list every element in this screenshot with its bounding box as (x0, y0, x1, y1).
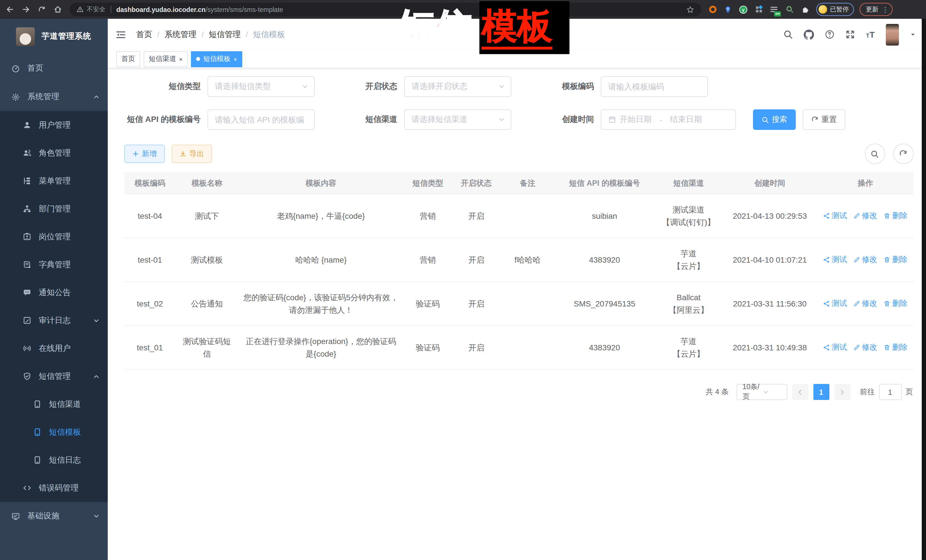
cell-content: 您的验证码{code}，该验证码5分钟内有效，请勿泄漏于他人！ (238, 282, 404, 326)
export-button[interactable]: 导出 (172, 145, 212, 163)
sidebar-item-post[interactable]: 岗位管理 (0, 223, 108, 251)
sidebar-item-online-user[interactable]: 在线用户 (0, 334, 108, 362)
profile-avatar (819, 5, 827, 14)
test-link[interactable]: 测试 (823, 210, 847, 222)
delete-link[interactable]: 删除 (884, 341, 908, 354)
filter-input-短信 API 的模板编号[interactable] (207, 109, 315, 130)
sidebar-item-user[interactable]: 用户管理 (0, 111, 108, 139)
trash-icon (884, 257, 890, 263)
browser-reload-icon[interactable] (35, 3, 48, 16)
sidebar-item-sms-log[interactable]: 短信日志 (0, 446, 108, 474)
extension-magnifier-icon[interactable] (785, 5, 794, 14)
sidebar-item-audit-log[interactable]: 审计日志 (0, 306, 108, 334)
cell-api-id: SMS_207945135 (555, 282, 654, 326)
date-start-placeholder: 开始日期 (620, 115, 652, 125)
breadcrumb-item-sms[interactable]: 短信管理 (209, 29, 241, 39)
filter-daterange[interactable]: 开始日期-结束日期 (601, 109, 736, 130)
sidebar-item-notice[interactable]: 通知公告 (0, 279, 108, 306)
font-size-icon[interactable]: TT (866, 30, 875, 39)
browser-menu-icon[interactable]: ⋮ (882, 5, 889, 14)
filter-select-开启状态[interactable]: 请选择开启状态 (404, 76, 511, 97)
tab-home[interactable]: 首页 (116, 51, 140, 67)
browser-back-icon[interactable] (3, 3, 16, 16)
url-path: /system/sms/sms-template (206, 6, 283, 13)
paused-label: 已暂停 (830, 5, 849, 14)
sidebar-item-sms-channel[interactable]: 短信渠道 (0, 390, 108, 418)
sidebar-item-dict[interactable]: 字典管理 (0, 251, 108, 279)
test-link[interactable]: 测试 (823, 341, 847, 354)
add-button[interactable]: 新增 (124, 145, 165, 163)
address-bar[interactable]: 不安全 dashboard.yudao.iocoder.cn /system/s… (70, 3, 701, 16)
filter-item: 开启状态请选择开启状态 (321, 76, 511, 97)
tab-sms-template[interactable]: 短信模板 × (191, 51, 242, 67)
browser-forward-icon[interactable] (20, 3, 32, 16)
avatar-caret-down-icon[interactable] (909, 31, 916, 38)
profile-paused-pill[interactable]: 已暂停 (816, 3, 854, 16)
user-avatar[interactable] (885, 24, 899, 45)
filter-select-短信类型[interactable]: 请选择短信类型 (207, 76, 315, 97)
current-page-button[interactable]: 1 (813, 384, 829, 400)
delete-link[interactable]: 删除 (884, 210, 908, 222)
breadcrumb-item-home[interactable]: 首页 (136, 29, 152, 39)
sidebar-logo[interactable]: 芋道管理系统 (0, 19, 108, 54)
edit-link[interactable]: 修改 (853, 210, 877, 222)
filter-item: 短信 API 的模板编号 (125, 109, 315, 130)
page-scrollbar[interactable] (921, 19, 926, 560)
filter-select-短信渠道[interactable]: 请选择短信渠道 (404, 109, 511, 130)
sidebar-item-menu[interactable]: 菜单管理 (0, 167, 108, 195)
sidebar-item-sms-template[interactable]: 短信模板 (0, 418, 108, 446)
sidebar-item-label: 岗位管理 (39, 232, 71, 242)
cell-type: 营销 (404, 238, 452, 282)
bookmark-star-icon[interactable] (686, 5, 694, 14)
tab-close-icon[interactable]: × (233, 56, 237, 62)
sidebar-collapse-icon[interactable] (116, 30, 126, 39)
tab-close-icon[interactable]: × (179, 56, 183, 62)
tab-sms-channel[interactable]: 短信渠道 × (144, 51, 188, 67)
browser-update-button[interactable]: 更新 ⋮ (859, 3, 893, 16)
prev-page-button[interactable] (792, 384, 808, 400)
table-search-toggle-button[interactable] (864, 143, 885, 164)
sidebar-menu: 首页系统管理用户管理角色管理菜单管理部门管理岗位管理字典管理通知公告审计日志在线… (0, 54, 108, 530)
sidebar-item-label: 在线用户 (39, 343, 71, 353)
browser-home-icon[interactable] (51, 3, 64, 16)
extension-pin-icon[interactable] (723, 5, 732, 14)
github-icon[interactable] (804, 29, 814, 39)
delete-link[interactable]: 删除 (884, 254, 908, 266)
goto-page-input[interactable] (879, 384, 902, 400)
edit-link[interactable]: 修改 (853, 341, 877, 354)
chevron-up-icon (93, 373, 100, 380)
reset-button[interactable]: 重置 (803, 109, 845, 130)
sidebar-item-error-code[interactable]: 错误码管理 (0, 474, 108, 502)
sidebar-item-sms[interactable]: 短信管理 (0, 362, 108, 390)
table-refresh-button[interactable] (893, 143, 914, 164)
test-link[interactable]: 测试 (823, 254, 847, 266)
fullscreen-icon[interactable] (845, 30, 855, 39)
security-warning-label[interactable]: 不安全 (87, 5, 106, 14)
test-link[interactable]: 测试 (823, 297, 847, 310)
extension-list-icon[interactable]: on (770, 5, 779, 14)
extension-ring-icon[interactable] (708, 5, 717, 14)
sidebar: 芋道管理系统 首页系统管理用户管理角色管理菜单管理部门管理岗位管理字典管理通知公… (0, 19, 108, 560)
search-button[interactable]: 搜索 (753, 109, 796, 130)
select-placeholder: 请选择短信类型 (215, 82, 301, 92)
sidebar-item-role[interactable]: 角色管理 (0, 139, 108, 167)
extension-puzzle-icon[interactable] (800, 5, 809, 14)
sidebar-item-dept[interactable]: 部门管理 (0, 195, 108, 223)
edit-link[interactable]: 修改 (853, 254, 877, 266)
next-page-button[interactable] (834, 384, 850, 400)
edit-link[interactable]: 修改 (853, 297, 877, 310)
extension-grid-icon[interactable] (754, 5, 763, 14)
delete-link[interactable]: 删除 (884, 297, 908, 310)
help-icon[interactable] (825, 30, 835, 39)
sidebar-item-infra[interactable]: 基础设施 (0, 502, 108, 530)
header-search-icon[interactable] (783, 30, 793, 39)
table-wrap: 模板编码模板名称模板内容短信类型开启状态备注短信 API 的模板编号短信渠道创建… (124, 173, 914, 370)
sidebar-item-system[interactable]: 系统管理 (0, 83, 108, 111)
sidebar-item-home[interactable]: 首页 (0, 54, 108, 83)
action-label: 测试 (832, 210, 847, 222)
page-size-select[interactable]: 10条/页 (736, 384, 787, 400)
breadcrumb-item-system[interactable]: 系统管理 (165, 29, 197, 39)
row-actions: 测试修改删除 (822, 254, 909, 266)
filter-input-模板编码[interactable] (601, 76, 708, 97)
extension-y-icon[interactable] (739, 5, 748, 14)
